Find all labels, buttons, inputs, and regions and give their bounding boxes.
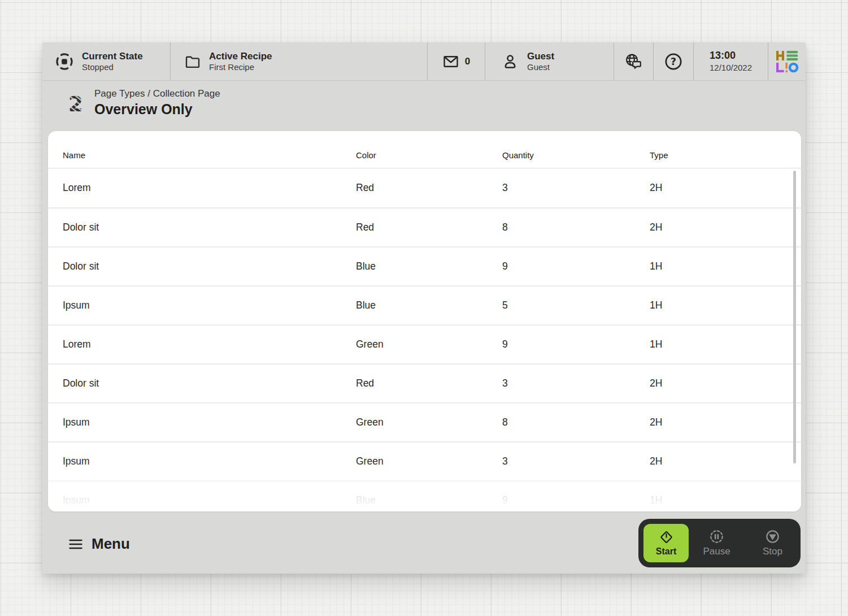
cell-color: Blue — [356, 494, 502, 506]
cell-name: Lorem — [63, 182, 356, 194]
page-title: Overview Only — [94, 101, 220, 118]
active-recipe-button[interactable]: Active Recipe First Recipe — [171, 42, 428, 80]
active-recipe-text: Active Recipe First Recipe — [209, 50, 272, 73]
clock-text: 13:00 12/10/2022 — [710, 49, 752, 73]
cell-name: Ipsum — [63, 494, 356, 506]
table-row: Ipsum Green 3 2H — [48, 441, 801, 480]
breadcrumb: Page Types / Collection Page — [94, 88, 220, 101]
cell-name: Dolor sit — [63, 261, 356, 272]
cell-color: Blue — [356, 300, 502, 311]
cell-quantity: 5 — [502, 300, 650, 311]
language-globe-chat-icon — [624, 52, 644, 71]
cell-color: Green — [356, 417, 502, 428]
table-header-row: Name Color Quantity Type — [48, 131, 801, 168]
mail-icon — [442, 53, 459, 70]
cell-type: 1H — [650, 494, 801, 506]
hamburger-menu-icon — [68, 537, 84, 551]
cell-quantity: 9 — [502, 261, 650, 272]
active-recipe-value: First Recipe — [209, 62, 272, 73]
message-count: 0 — [465, 56, 470, 67]
table-row: Dolor sit Blue 9 1H — [48, 246, 801, 285]
column-header-name: Name — [63, 150, 356, 160]
pause-button[interactable]: Pause — [689, 529, 745, 557]
user-button[interactable]: Guest Guest — [485, 42, 614, 80]
table-row: Dolor sit Red 8 2H — [48, 207, 801, 246]
menu-label: Menu — [92, 535, 130, 553]
pause-label: Pause — [703, 546, 730, 557]
start-icon — [659, 530, 674, 545]
cell-name: Ipsum — [63, 300, 356, 311]
stop-label: Stop — [763, 546, 782, 557]
current-state-label: Current State — [82, 50, 143, 62]
cell-quantity: 8 — [502, 417, 650, 428]
help-button[interactable]: ? — [654, 42, 694, 80]
current-state-value: Stopped — [82, 62, 143, 73]
language-button[interactable] — [614, 42, 654, 80]
active-recipe-label: Active Recipe — [209, 50, 272, 62]
cell-type: 1H — [650, 261, 801, 272]
column-header-quantity: Quantity — [502, 150, 650, 160]
table-scrollbar[interactable] — [793, 171, 796, 463]
cell-quantity: 9 — [502, 339, 650, 350]
cell-name: Dolor sit — [63, 378, 356, 389]
messages-button[interactable]: 0 — [428, 42, 485, 80]
cell-type: 2H — [650, 222, 801, 233]
cell-color: Green — [356, 339, 502, 350]
svg-text:?: ? — [671, 56, 676, 67]
user-role: Guest — [527, 62, 554, 73]
table-row: Dolor sit Red 3 2H — [48, 363, 801, 402]
cell-name: Lorem — [63, 339, 356, 350]
cell-color: Blue — [356, 261, 502, 272]
user-icon — [501, 53, 519, 71]
cell-type: 2H — [650, 182, 801, 194]
stopped-state-icon — [55, 52, 74, 71]
table-row: Ipsum Blue 5 1H — [48, 285, 801, 324]
cell-color: Green — [356, 456, 502, 467]
brand-logo-section — [768, 42, 806, 80]
machine-controls: Start Pause Stop — [638, 519, 801, 567]
cell-name: Ipsum — [63, 417, 356, 428]
cell-color: Red — [356, 222, 502, 233]
cell-color: Red — [356, 182, 502, 194]
stop-icon — [765, 529, 780, 544]
user-name: Guest — [527, 50, 554, 62]
cell-name: Dolor sit — [63, 222, 356, 233]
column-header-color: Color — [356, 150, 502, 160]
table-row: Ipsum Blue 9 1H — [48, 480, 801, 511]
cell-quantity: 3 — [502, 378, 650, 389]
column-header-type: Type — [650, 150, 801, 160]
cell-quantity: 3 — [502, 182, 650, 194]
clock-display: 13:00 12/10/2022 — [694, 42, 768, 80]
help-icon: ? — [664, 52, 683, 71]
cell-quantity: 8 — [502, 222, 650, 233]
cell-quantity: 3 — [502, 456, 650, 467]
table-row: Ipsum Green 8 2H — [48, 402, 801, 441]
cell-color: Red — [356, 378, 502, 389]
start-label: Start — [656, 546, 676, 557]
top-bar: Current State Stopped Active Recipe Firs… — [42, 42, 806, 81]
stop-button[interactable]: Stop — [745, 529, 801, 557]
current-state-text: Current State Stopped — [82, 50, 143, 73]
current-state-button[interactable]: Current State Stopped — [42, 42, 171, 80]
cell-type: 1H — [650, 300, 801, 311]
table-row: Lorem Green 9 1H — [48, 324, 801, 363]
cell-name: Ipsum — [63, 456, 356, 467]
cell-type: 2H — [650, 417, 801, 428]
clock-date: 12/10/2022 — [710, 62, 752, 73]
clock-time: 13:00 — [710, 49, 752, 62]
svg-text:2: 2 — [68, 92, 83, 116]
cell-type: 2H — [650, 378, 801, 389]
table-body: Lorem Red 3 2H Dolor sit Red 8 2H Dolor … — [48, 168, 801, 511]
collection-table-card: Name Color Quantity Type Lorem Red 3 2H … — [48, 131, 801, 511]
start-button[interactable]: Start — [643, 524, 689, 562]
brand-glyph-2-icon: 2 — [67, 90, 85, 116]
menu-button[interactable]: Menu — [68, 528, 130, 559]
cell-type: 1H — [650, 339, 801, 350]
cell-quantity: 9 — [502, 494, 650, 506]
page-header: Page Types / Collection Page Overview On… — [94, 88, 220, 118]
folder-icon — [184, 53, 201, 70]
app-window: Current State Stopped Active Recipe Firs… — [42, 42, 806, 574]
helo-logo — [775, 49, 799, 74]
pause-icon — [709, 529, 724, 544]
user-text: Guest Guest — [527, 50, 554, 73]
